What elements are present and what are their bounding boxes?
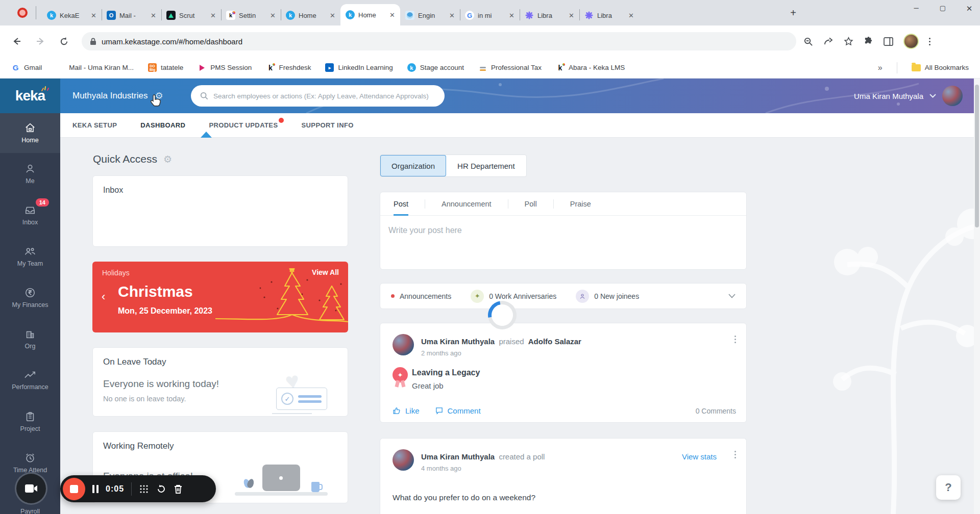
- new-joinee-icon: [576, 290, 589, 303]
- grid-dots-icon[interactable]: [139, 484, 149, 494]
- restart-recording-icon[interactable]: [156, 484, 166, 494]
- post-author-avatar[interactable]: [393, 449, 414, 471]
- subnav-support-info[interactable]: SUPPORT INFO: [301, 121, 353, 129]
- user-menu[interactable]: Uma Kiran Muthyala: [854, 79, 963, 113]
- tab-engine[interactable]: Engin ✕: [400, 5, 460, 25]
- post-author-name[interactable]: Uma Kiran Muthyala: [421, 452, 495, 461]
- pause-recording-button[interactable]: [92, 485, 99, 493]
- tab-library-2[interactable]: Libra ✕: [579, 5, 639, 25]
- side-panel-icon[interactable]: [884, 37, 893, 46]
- post-target-name[interactable]: Adolfo Salazar: [528, 337, 581, 346]
- tab-close-icon[interactable]: ✕: [448, 12, 456, 19]
- composer-tab-announcement[interactable]: Announcement: [442, 192, 492, 216]
- tab-close-icon[interactable]: ✕: [90, 12, 97, 19]
- browser-profile-avatar[interactable]: [903, 34, 919, 49]
- holidays-view-all-link[interactable]: View All: [312, 268, 339, 276]
- sidebar-item-inbox[interactable]: 14 Inbox: [0, 194, 60, 236]
- camera-bubble-button[interactable]: [16, 474, 46, 503]
- tab-settings[interactable]: k Settin ✕: [221, 5, 281, 25]
- tab-close-icon[interactable]: ✕: [568, 12, 575, 19]
- maximize-button[interactable]: ▢: [936, 4, 949, 13]
- subnav-product-updates[interactable]: PRODUCT UPDATES: [209, 121, 278, 129]
- new-tab-button[interactable]: +: [786, 6, 800, 20]
- like-button[interactable]: Like: [393, 406, 420, 415]
- scope-tab-hr-department[interactable]: HR Departement: [446, 155, 526, 176]
- zoom-icon[interactable]: [803, 37, 813, 46]
- reload-button[interactable]: [55, 33, 72, 50]
- tab-close-icon[interactable]: ✕: [627, 12, 635, 19]
- tab-home-1[interactable]: k Home ✕: [281, 5, 340, 25]
- bookmark-mail[interactable]: Mail - Uma Kiran M...: [56, 63, 134, 72]
- composer-tab-poll[interactable]: Poll: [525, 192, 537, 216]
- post-input[interactable]: Write your post here: [380, 216, 746, 270]
- bookmark-tatatele[interactable]: DOBig tatatele: [148, 63, 183, 72]
- share-icon[interactable]: [823, 37, 834, 46]
- address-bar[interactable]: umam.kekastage.com/#/home/dashboard: [82, 32, 796, 50]
- sidebar-item-performance[interactable]: Performance: [0, 359, 60, 401]
- tab-close-icon[interactable]: ✕: [209, 12, 217, 19]
- sidebar-item-home[interactable]: Home: [0, 113, 60, 153]
- sidebar-item-my-finances[interactable]: My Finances: [0, 277, 60, 318]
- sidebar-item-me[interactable]: Me: [0, 153, 60, 194]
- post-menu-icon[interactable]: [734, 451, 736, 458]
- tab-close-icon[interactable]: ✕: [388, 11, 396, 19]
- bookmark-gmail[interactable]: G Gmail: [11, 63, 42, 72]
- help-button[interactable]: ?: [936, 475, 961, 500]
- tab-close-icon[interactable]: ✕: [329, 12, 336, 19]
- browser-toolbar: umam.kekastage.com/#/home/dashboard: [0, 25, 980, 57]
- stop-recording-button[interactable]: [63, 478, 85, 500]
- url-text[interactable]: umam.kekastage.com/#/home/dashboard: [102, 37, 242, 46]
- bookmark-pms-session[interactable]: PMS Session: [198, 63, 252, 72]
- tab-google-search[interactable]: G in mi ✕: [460, 5, 520, 25]
- sidebar-item-my-team[interactable]: My Team: [0, 236, 60, 277]
- feed-digest-bar[interactable]: Announcements ✦ 0 Work Anniversaries 0 N…: [380, 283, 747, 309]
- bookmark-abara-lms[interactable]: k Abara - Keka LMS: [556, 63, 625, 72]
- user-avatar[interactable]: [942, 86, 963, 106]
- tab-close-icon[interactable]: ✕: [150, 12, 157, 19]
- tab-close-icon[interactable]: ✕: [269, 12, 277, 19]
- back-button[interactable]: [8, 33, 26, 50]
- search-input[interactable]: [213, 92, 435, 100]
- bookmark-freshdesk[interactable]: k Freshdesk: [266, 63, 311, 72]
- tab-home-active[interactable]: k Home ✕: [340, 4, 400, 25]
- post-author-name[interactable]: Uma Kiran Muthyala: [421, 337, 495, 346]
- chevron-down-icon[interactable]: [728, 294, 736, 298]
- browser-menu-icon[interactable]: [929, 38, 930, 45]
- tab-close-icon[interactable]: ✕: [508, 12, 516, 19]
- subnav-dashboard[interactable]: DASHBOARD: [140, 121, 185, 129]
- global-search[interactable]: [191, 85, 445, 107]
- extensions-icon[interactable]: [864, 37, 873, 46]
- chevron-left-icon[interactable]: ‹: [102, 290, 105, 303]
- tab-library-1[interactable]: Libra ✕: [520, 5, 579, 25]
- all-bookmarks-button[interactable]: All Bookmarks: [912, 64, 969, 71]
- composer-tab-post[interactable]: Post: [394, 192, 408, 216]
- quick-access-gear-icon[interactable]: ⚙: [163, 153, 172, 165]
- post-author-avatar[interactable]: [393, 334, 414, 355]
- sidebar-item-project[interactable]: Project: [0, 401, 60, 442]
- post-verb: praised: [499, 337, 524, 346]
- minimize-button[interactable]: ─: [910, 4, 923, 13]
- composer-tab-praise[interactable]: Praise: [570, 192, 591, 216]
- delete-recording-icon[interactable]: [174, 484, 183, 494]
- bookmark-linkedin-learning[interactable]: ▸ LinkedIn Learning: [325, 63, 393, 72]
- bookmarks-overflow-icon[interactable]: »: [878, 63, 883, 72]
- page-scrollbar[interactable]: [974, 79, 980, 514]
- person-icon: [24, 163, 36, 174]
- subnav-keka-setup[interactable]: KEKA SETUP: [72, 121, 117, 129]
- tab-scrut[interactable]: Scrut ✕: [161, 5, 221, 25]
- bookmark-stage-account[interactable]: k Stage account: [407, 63, 464, 72]
- scrollbar-thumb[interactable]: [975, 85, 979, 227]
- keka-logo[interactable]: keka: [0, 79, 60, 113]
- view-stats-link[interactable]: View stats: [682, 452, 717, 461]
- comment-button[interactable]: Comment: [435, 406, 481, 415]
- sidebar-item-org[interactable]: Org: [0, 318, 60, 359]
- bookmark-professional-tax[interactable]: Professional Tax: [478, 63, 542, 72]
- post-menu-icon[interactable]: [734, 336, 736, 343]
- quick-access-inbox-link[interactable]: Inbox: [103, 186, 123, 195]
- scope-tab-organization[interactable]: Organization: [380, 155, 446, 176]
- forward-button[interactable]: [32, 33, 49, 50]
- bookmark-star-icon[interactable]: [844, 37, 853, 46]
- tab-mail[interactable]: O Mail - ✕: [102, 5, 161, 25]
- tab-keka[interactable]: k KekaE ✕: [42, 5, 102, 25]
- close-window-button[interactable]: ✕: [963, 4, 976, 13]
